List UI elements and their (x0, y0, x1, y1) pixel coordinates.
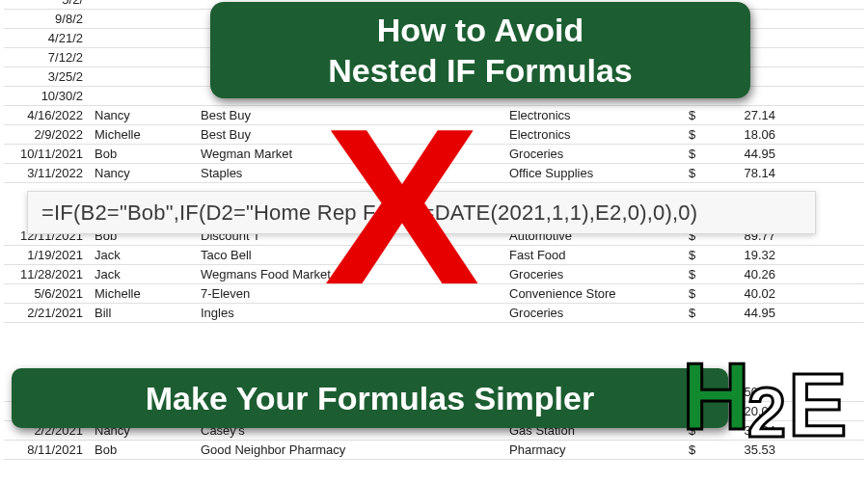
cell-amount[interactable]: 40.26 (718, 267, 785, 281)
cell-date[interactable]: 9/8/2 (4, 12, 91, 26)
table-row[interactable]: 4/16/2022NancyBest BuyElectronics$27.14 (4, 106, 864, 125)
cell-name[interactable]: Bill (91, 306, 197, 320)
cell-store[interactable]: Best Buy (197, 108, 505, 122)
cell-date[interactable]: 1/19/2021 (4, 248, 91, 262)
logo-2-letter: 2 (747, 378, 786, 447)
cell-date[interactable]: 2/9/2022 (4, 127, 91, 142)
cell-category[interactable]: Office Supplies (505, 166, 689, 180)
cell-currency[interactable]: $ (689, 286, 718, 301)
cell-name[interactable]: Michelle (91, 286, 197, 301)
title-banner-bottom: Make Your Formulas Simpler (12, 368, 728, 428)
cell-store[interactable]: Best Buy (197, 127, 505, 142)
table-row[interactable]: 1/19/2021JackTaco BellFast Food$19.32 (4, 246, 864, 265)
cell-date[interactable]: 7/12/2 (4, 50, 91, 65)
cell-name[interactable]: Jack (91, 267, 197, 281)
cell-store[interactable]: Ingles (197, 306, 505, 320)
cell-category[interactable]: Groceries (505, 267, 689, 281)
logo-e-letter: E (788, 361, 847, 449)
table-row[interactable]: 5/6/2021Michelle7-ElevenConvenience Stor… (4, 284, 864, 304)
cell-date[interactable]: 11/28/2021 (4, 267, 91, 281)
cell-currency[interactable]: $ (689, 108, 718, 122)
cell-store[interactable]: Wegman Market (197, 147, 505, 161)
cell-category[interactable]: Electronics (505, 108, 689, 122)
cell-currency[interactable]: $ (689, 306, 718, 320)
title-line-2: Nested IF Formulas (328, 50, 633, 92)
rows-mid: 12/11/2021BobDiscount TAutomotive$89.771… (4, 227, 864, 323)
table-row[interactable]: 10/11/2021BobWegman MarketGroceries$44.9… (4, 145, 864, 164)
title-banner-top: How to Avoid Nested IF Formulas (210, 2, 750, 98)
subtitle-text: Make Your Formulas Simpler (146, 378, 594, 419)
cell-category[interactable]: Groceries (505, 147, 689, 161)
cell-amount[interactable]: 18.06 (718, 127, 785, 142)
cell-currency[interactable]: $ (689, 248, 718, 262)
cell-amount[interactable]: 27.14 (718, 108, 785, 122)
cell-currency[interactable]: $ (689, 166, 718, 180)
cell-category[interactable]: Electronics (505, 127, 689, 142)
cell-store[interactable]: 7-Eleven (197, 286, 505, 301)
cell-category[interactable]: Fast Food (505, 248, 689, 262)
cell-category[interactable]: Pharmacy (505, 442, 689, 457)
cell-date[interactable]: 8/11/2021 (4, 442, 91, 457)
cell-date[interactable]: 4/16/2022 (4, 108, 91, 122)
cell-category[interactable]: Groceries (505, 306, 689, 320)
cell-date[interactable]: 5/2/ (4, 0, 91, 7)
cell-store[interactable]: Good Neighbor Pharmacy (197, 442, 505, 457)
cell-category[interactable]: Convenience Store (505, 286, 689, 301)
formula-bar[interactable]: =IF(B2="Bob",IF(D2="Home Rep F(A2>=DATE(… (27, 191, 816, 234)
cell-name[interactable]: Michelle (91, 127, 197, 142)
cell-date[interactable]: 2/21/2021 (4, 306, 91, 320)
cell-name[interactable]: Bob (91, 147, 197, 161)
cell-date[interactable]: 4/21/2 (4, 31, 91, 45)
cell-date[interactable]: 5/6/2021 (4, 286, 91, 301)
table-row[interactable]: 11/28/2021JackWegmans Food MarketGroceri… (4, 265, 864, 284)
table-row[interactable]: 3/11/2022NancyStaplesOffice Supplies$78.… (4, 164, 864, 183)
cell-date[interactable]: 3/25/2 (4, 69, 91, 84)
cell-store[interactable]: Wegmans Food Market (197, 267, 505, 281)
cell-store[interactable]: Staples (197, 166, 505, 180)
cell-amount[interactable]: 40.02 (718, 286, 785, 301)
cell-amount[interactable]: 44.95 (718, 147, 785, 161)
cell-currency[interactable]: $ (689, 147, 718, 161)
logo-h-letter: H (682, 349, 750, 443)
cell-amount[interactable]: 78.14 (718, 166, 785, 180)
cell-currency[interactable]: $ (689, 267, 718, 281)
title-line-1: How to Avoid (377, 10, 584, 51)
cell-date[interactable]: 3/11/2022 (4, 166, 91, 180)
table-row[interactable]: 2/21/2021BillInglesGroceries$44.95 (4, 304, 864, 323)
cell-currency[interactable]: $ (689, 127, 718, 142)
cell-store[interactable]: Taco Bell (197, 248, 505, 262)
cell-date[interactable]: 10/30/2 (4, 89, 91, 103)
cell-name[interactable]: Nancy (91, 108, 197, 122)
h2e-logo: H 2 E (682, 349, 851, 465)
cell-amount[interactable]: 19.32 (718, 248, 785, 262)
cell-date[interactable]: 10/11/2021 (4, 147, 91, 161)
table-row[interactable]: 2/9/2022MichelleBest BuyElectronics$18.0… (4, 125, 864, 145)
cell-name[interactable]: Bob (91, 442, 197, 457)
cell-name[interactable]: Jack (91, 248, 197, 262)
cell-amount[interactable]: 44.95 (718, 306, 785, 320)
formula-text: =IF(B2="Bob",IF(D2="Home Rep F(A2>=DATE(… (41, 201, 697, 226)
cell-name[interactable]: Nancy (91, 166, 197, 180)
